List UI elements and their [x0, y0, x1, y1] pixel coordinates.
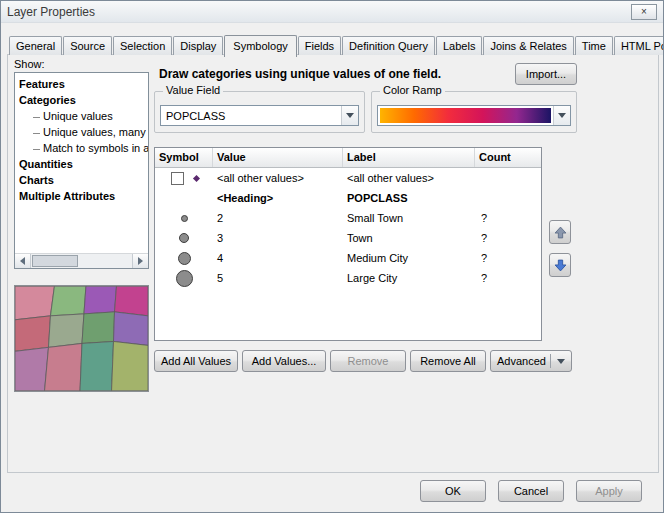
arrow-up-icon: [554, 226, 567, 239]
tab-bar: General Source Selection Display Symbolo…: [9, 32, 664, 55]
color-ramp-dropdown[interactable]: [377, 105, 571, 126]
color-ramp-label: Color Ramp: [380, 84, 445, 96]
row-label: POPCLASS: [343, 192, 475, 204]
tree-item-features[interactable]: Features: [19, 76, 148, 92]
row-count: ?: [475, 232, 541, 244]
tab-html-popup[interactable]: HTML Popup: [614, 36, 664, 55]
close-icon: ×: [641, 6, 647, 17]
circle-symbol[interactable]: [178, 252, 191, 265]
tab-time[interactable]: Time: [575, 36, 613, 55]
tab-selection[interactable]: Selection: [113, 36, 172, 55]
show-label: Show:: [14, 58, 45, 70]
title-bar: Layer Properties ×: [1, 1, 663, 23]
tab-source[interactable]: Source: [63, 36, 112, 55]
chevron-down-icon[interactable]: [341, 106, 358, 125]
tab-labels[interactable]: Labels: [436, 36, 482, 55]
tree-item-unique-values-many[interactable]: Unique values, many: [19, 124, 148, 140]
table-row[interactable]: <all other values> <all other values>: [155, 168, 541, 188]
map-preview-image: [15, 286, 148, 391]
import-button-label: Import...: [526, 68, 566, 80]
tree-item-unique-values[interactable]: Unique values: [19, 108, 148, 124]
table-row[interactable]: <Heading> POPCLASS: [155, 188, 541, 208]
remove-all-label: Remove All: [420, 355, 476, 367]
row-value: 4: [213, 252, 343, 264]
ok-button[interactable]: OK: [420, 480, 486, 502]
advanced-label: Advanced: [497, 355, 546, 367]
tree-item-quantities[interactable]: Quantities: [19, 156, 148, 172]
tab-general[interactable]: General: [9, 36, 62, 55]
table-header: Symbol Value Label Count: [155, 148, 541, 168]
column-header-symbol[interactable]: Symbol: [155, 148, 213, 167]
remove-all-button[interactable]: Remove All: [410, 350, 486, 372]
column-header-label[interactable]: Label: [343, 148, 475, 167]
cancel-label: Cancel: [514, 485, 548, 497]
row-count: ?: [475, 212, 541, 224]
show-tree-items: Features Categories Unique values Unique…: [15, 73, 148, 204]
add-values-label: Add Values...: [252, 355, 317, 367]
arrow-down-icon: [554, 259, 567, 272]
table-row[interactable]: 3 Town ?: [155, 228, 541, 248]
value-field-selected: POPCLASS: [161, 106, 341, 125]
unique-values-table: Symbol Value Label Count <all other valu…: [154, 147, 542, 341]
scroll-left-arrow-icon[interactable]: [15, 254, 31, 268]
panel-heading: Draw categories using unique values of o…: [159, 67, 511, 81]
row-label: Medium City: [343, 252, 475, 264]
chevron-down-icon[interactable]: [553, 106, 570, 125]
tree-item-charts[interactable]: Charts: [19, 172, 148, 188]
tree-item-multiple-attributes[interactable]: Multiple Attributes: [19, 188, 148, 204]
tab-definition-query[interactable]: Definition Query: [342, 36, 435, 55]
scroll-right-arrow-icon[interactable]: [132, 254, 148, 268]
row-value: <all other values>: [213, 172, 343, 184]
add-all-values-label: Add All Values: [161, 355, 231, 367]
add-all-values-button[interactable]: Add All Values: [154, 350, 238, 372]
advanced-menu-button[interactable]: Advanced: [490, 350, 572, 372]
chevron-down-icon: [550, 354, 565, 368]
circle-symbol[interactable]: [179, 233, 189, 243]
tree-item-categories[interactable]: Categories: [19, 92, 148, 108]
row-value: 2: [213, 212, 343, 224]
color-ramp-preview: [380, 108, 551, 123]
layer-properties-dialog: Layer Properties × General Source Select…: [0, 0, 664, 513]
all-other-values-checkbox[interactable]: [171, 172, 184, 185]
value-field-label: Value Field: [163, 84, 223, 96]
row-count: ?: [475, 272, 541, 284]
import-button[interactable]: Import...: [515, 63, 577, 85]
row-value: 3: [213, 232, 343, 244]
tree-horizontal-scrollbar[interactable]: [15, 253, 148, 268]
value-field-dropdown[interactable]: POPCLASS: [160, 105, 359, 126]
table-row[interactable]: 2 Small Town ?: [155, 208, 541, 228]
move-up-button[interactable]: [549, 220, 571, 244]
ok-label: OK: [445, 485, 461, 497]
row-value: <Heading>: [213, 192, 343, 204]
add-values-button[interactable]: Add Values...: [242, 350, 326, 372]
table-row[interactable]: 5 Large City ?: [155, 268, 541, 288]
remove-label: Remove: [348, 355, 389, 367]
tab-symbology[interactable]: Symbology: [224, 35, 296, 57]
tab-joins-relates[interactable]: Joins & Relates: [483, 36, 573, 55]
apply-button[interactable]: Apply: [576, 480, 642, 502]
column-header-value[interactable]: Value: [213, 148, 343, 167]
close-button[interactable]: ×: [631, 4, 657, 20]
cancel-button[interactable]: Cancel: [498, 480, 564, 502]
tree-item-match-symbols[interactable]: Match to symbols in a: [19, 140, 148, 156]
tab-display[interactable]: Display: [173, 36, 223, 55]
row-label: Town: [343, 232, 475, 244]
row-label: Small Town: [343, 212, 475, 224]
row-label: <all other values>: [343, 172, 475, 184]
window-title: Layer Properties: [7, 5, 95, 19]
show-tree: Features Categories Unique values Unique…: [14, 72, 149, 269]
apply-label: Apply: [595, 485, 623, 497]
remove-button[interactable]: Remove: [330, 350, 406, 372]
circle-symbol[interactable]: [176, 270, 193, 287]
row-count: ?: [475, 252, 541, 264]
map-preview: [14, 285, 149, 392]
move-down-button[interactable]: [549, 253, 571, 277]
row-label: Large City: [343, 272, 475, 284]
row-value: 5: [213, 272, 343, 284]
circle-symbol[interactable]: [181, 215, 188, 222]
scrollbar-thumb[interactable]: [32, 255, 78, 267]
tab-fields[interactable]: Fields: [298, 36, 341, 55]
column-header-count[interactable]: Count: [475, 148, 541, 167]
point-symbol[interactable]: [193, 174, 200, 181]
table-row[interactable]: 4 Medium City ?: [155, 248, 541, 268]
